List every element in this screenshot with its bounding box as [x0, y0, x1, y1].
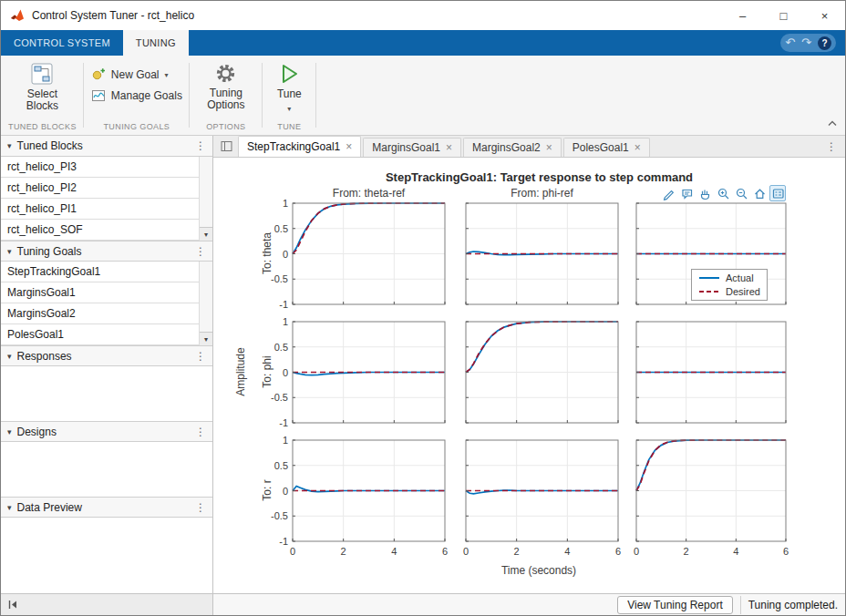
close-icon[interactable]: ×: [346, 140, 352, 153]
ribbon-group-tune: Tune ▾ TUNE: [263, 56, 316, 135]
panel-header-tuned-blocks[interactable]: ▾ Tuned Blocks ⋮: [1, 136, 212, 157]
panel-collapse-icon[interactable]: ▾: [7, 503, 12, 512]
zoom-in-icon[interactable]: [715, 185, 731, 201]
pan-icon[interactable]: [696, 185, 713, 201]
list-item[interactable]: PolesGoal1: [1, 324, 212, 345]
list-item[interactable]: rct_helico_SOF: [1, 220, 212, 241]
document-tab[interactable]: MarginsGoal2 ×: [463, 138, 562, 157]
scroll-down-icon[interactable]: ▾: [200, 227, 212, 241]
panel-collapse-icon[interactable]: ▾: [7, 427, 12, 436]
window-controls: – □ ×: [722, 1, 845, 30]
scrollbar[interactable]: ▾: [199, 262, 212, 345]
list-item[interactable]: rct_helico_PI3: [1, 157, 212, 178]
panel-menu-icon[interactable]: ⋮: [195, 245, 206, 258]
status-right-pane: View Tuning Report Tuning completed.: [213, 594, 845, 615]
select-blocks-icon: [30, 62, 54, 86]
group-label-tuned-blocks: TUNED BLOCKS: [8, 120, 77, 135]
minimize-button[interactable]: –: [722, 1, 763, 30]
panel-menu-icon[interactable]: ⋮: [195, 426, 206, 438]
tune-label: Tune: [277, 88, 302, 100]
window-title: Control System Tuner - rct_helico: [32, 9, 194, 22]
legend-entry: Desired: [698, 285, 760, 298]
list-item[interactable]: rct_helico_PI2: [1, 178, 212, 199]
gear-icon: [214, 62, 237, 85]
panel-collapse-icon[interactable]: ▾: [7, 352, 12, 361]
close-icon[interactable]: ×: [634, 141, 641, 154]
group-label-tuning-goals: TUNING GOALS: [103, 120, 170, 135]
tuning-options-button[interactable]: Tuning Options: [197, 59, 255, 111]
document-tab-label: StepTrackingGoal1: [247, 140, 340, 153]
panel-menu-icon[interactable]: ⋮: [195, 501, 206, 514]
new-goal-label: New Goal: [111, 68, 160, 81]
document-menu-icon[interactable]: ⋮: [818, 140, 845, 153]
scroll-down-icon[interactable]: ▾: [200, 332, 212, 345]
panel-title: Tuned Blocks: [17, 139, 83, 152]
list-item[interactable]: rct_helico_PI1: [1, 199, 212, 220]
dropdown-caret-icon: ▾: [287, 103, 291, 115]
list-item[interactable]: MarginsGoal2: [1, 303, 212, 324]
new-goal-button[interactable]: New Goal ▾: [91, 67, 169, 82]
toolstrip-tab[interactable]: TUNING: [123, 30, 189, 56]
help-icon[interactable]: ?: [818, 36, 831, 50]
y-axis-label: Amplitude: [234, 328, 247, 416]
x-tick-label: 6: [436, 545, 454, 558]
new-goal-icon: [91, 67, 106, 82]
panel-header-responses[interactable]: ▾ Responses ⋮: [1, 345, 212, 366]
toolstrip-tab[interactable]: CONTROL SYSTEM: [1, 30, 123, 56]
export-icon[interactable]: [660, 185, 676, 201]
manage-goals-button[interactable]: Manage Goals: [91, 88, 182, 103]
x-tick-label: 2: [508, 545, 526, 558]
tuning-goals-buttons: New Goal ▾ Manage Goals: [91, 67, 182, 103]
panel-collapse-icon[interactable]: ▾: [7, 141, 12, 150]
x-tick-label: 2: [335, 545, 353, 558]
title-bar: Control System Tuner - rct_helico – □ ×: [1, 1, 845, 30]
close-button[interactable]: ×: [804, 1, 845, 30]
view-tuning-report-button[interactable]: View Tuning Report: [617, 596, 733, 614]
panel-header-tuning-goals[interactable]: ▾ Tuning Goals ⋮: [1, 241, 212, 262]
select-blocks-button[interactable]: Select Blocks: [14, 59, 70, 112]
x-tick-label: 4: [385, 545, 403, 558]
row-label: To: r: [261, 454, 273, 527]
y-tick-label: -1: [257, 298, 288, 311]
zoom-out-icon[interactable]: [733, 185, 749, 201]
chevron-up-icon: [827, 119, 838, 127]
close-icon[interactable]: ×: [446, 141, 452, 154]
legend-icon[interactable]: [769, 185, 786, 201]
scrollbar[interactable]: ▾: [199, 157, 212, 241]
status-message: Tuning completed.: [740, 596, 841, 614]
group-label-tune: TUNE: [277, 120, 301, 135]
dropdown-caret-icon: ▾: [165, 71, 169, 79]
document-area: StepTrackingGoal1 × MarginsGoal1 × Margi…: [213, 136, 845, 593]
restore-view-icon[interactable]: [751, 185, 768, 201]
document-tab[interactable]: MarginsGoal1 ×: [363, 138, 461, 157]
panel-header-data-preview[interactable]: ▾ Data Preview ⋮: [1, 497, 212, 518]
column-header: From: phi-ref: [466, 187, 618, 200]
document-layout-icon[interactable]: [221, 140, 232, 152]
legend-entry: Actual: [698, 272, 760, 284]
x-tick-label: 0: [627, 545, 645, 558]
close-icon[interactable]: ×: [546, 141, 552, 154]
plot-legend[interactable]: ActualDesired: [691, 269, 768, 301]
collapse-ribbon-button[interactable]: [827, 114, 838, 130]
list-item[interactable]: MarginsGoal1: [1, 282, 212, 303]
datatips-icon[interactable]: [678, 185, 695, 201]
undo-icon[interactable]: ↶: [785, 35, 795, 51]
list-item[interactable]: StepTrackingGoal1: [1, 262, 212, 282]
panel-header-designs[interactable]: ▾ Designs ⋮: [1, 421, 212, 442]
y-tick-label: -1: [257, 416, 288, 429]
document-tab[interactable]: PolesGoal1 ×: [563, 138, 650, 157]
y-tick-label: 1: [257, 434, 288, 447]
plots-svg: [213, 158, 845, 593]
maximize-button[interactable]: □: [763, 1, 804, 30]
x-tick-label: 0: [284, 545, 302, 558]
document-tab-label: PolesGoal1: [573, 141, 629, 154]
document-tab[interactable]: StepTrackingGoal1 ×: [238, 136, 361, 157]
panel-menu-icon[interactable]: ⋮: [195, 350, 206, 363]
panel-collapse-icon[interactable]: ▾: [7, 247, 12, 256]
redo-icon[interactable]: ↷: [801, 35, 811, 51]
collapse-sidebar-icon[interactable]: [6, 599, 18, 611]
panel-menu-icon[interactable]: ⋮: [195, 139, 206, 152]
tune-play-icon: [277, 62, 301, 86]
ribbon-group-tuned-blocks: Select Blocks TUNED BLOCKS: [1, 56, 84, 135]
tune-button[interactable]: Tune ▾: [270, 59, 309, 115]
